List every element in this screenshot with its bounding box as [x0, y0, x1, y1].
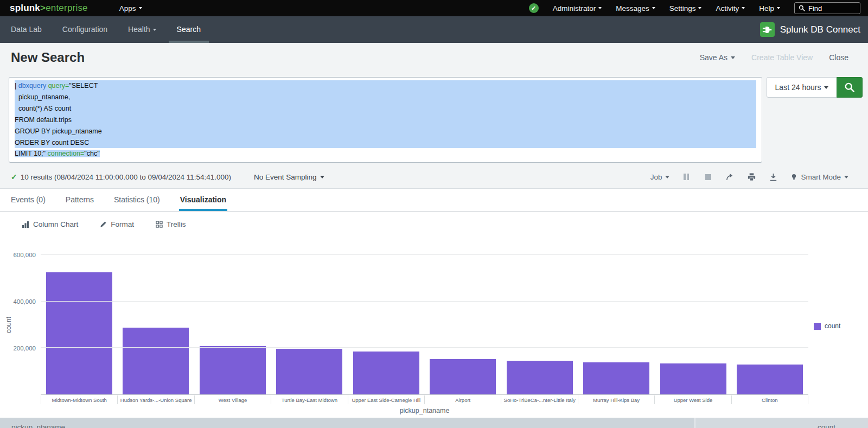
health-status-icon[interactable]: ✓: [529, 3, 539, 13]
chart-bar-7[interactable]: [583, 362, 649, 394]
app-identity[interactable]: Splunk DB Connect: [760, 16, 868, 43]
bar-slot: [732, 255, 809, 394]
y-axis-ticks: 200,000400,000600,000: [0, 255, 36, 395]
y-tick-label: 200,000: [13, 345, 36, 352]
chart-bar-8[interactable]: [660, 363, 726, 394]
chevron-down-icon: [153, 29, 156, 31]
search-icon: [844, 82, 855, 93]
chart-bar-4[interactable]: [353, 352, 419, 394]
page-title: New Search: [11, 50, 85, 65]
tab-events[interactable]: Events (0): [11, 189, 46, 211]
nav-label: Data Lab: [11, 16, 42, 43]
tab-patterns[interactable]: Patterns: [66, 189, 94, 211]
chart-bar-3[interactable]: [276, 349, 342, 394]
chart-bar-5[interactable]: [430, 359, 496, 394]
query-line: GROUP BY pickup_ntaname: [15, 126, 756, 137]
chart-bar-6[interactable]: [507, 361, 573, 394]
chart-bar-0[interactable]: [46, 272, 112, 394]
splunk-app-window: splunk>enterprise Apps ✓ Administrator M…: [0, 0, 868, 428]
nav-health[interactable]: Health: [128, 16, 156, 43]
download-icon: [769, 173, 778, 182]
x-axis-label: Midtown-Midtown South: [41, 395, 117, 404]
column-chart: count 200,000400,000600,000 Midtown-Midt…: [0, 237, 868, 418]
bar-slot: [425, 255, 502, 394]
search-query-editor[interactable]: | dbxquery query="SELECT pickup_ntaname,…: [9, 77, 762, 163]
bar-slot: [578, 255, 655, 394]
results-tabs: Events (0) Patterns Statistics (10) Visu…: [0, 189, 868, 212]
search-icon: [799, 5, 805, 11]
x-axis-label: Murray Hill-Kips Bay: [578, 395, 654, 404]
menu-messages[interactable]: Messages: [616, 4, 655, 12]
trellis-label: Trellis: [167, 220, 186, 228]
nav-label: Search: [177, 16, 201, 43]
gridline: [41, 254, 808, 255]
menu-settings[interactable]: Settings: [669, 4, 702, 12]
tab-visualization[interactable]: Visualization: [180, 189, 226, 211]
chart-bar-2[interactable]: [200, 346, 266, 394]
nav-search[interactable]: Search: [177, 16, 201, 43]
run-search-button[interactable]: [837, 77, 863, 98]
search-mode-menu[interactable]: Smart Mode: [790, 173, 848, 181]
time-range-picker[interactable]: Last 24 hours: [767, 77, 837, 98]
x-axis-label: Upper East Side-Carnegie Hill: [348, 395, 424, 404]
nav-configuration[interactable]: Configuration: [62, 16, 107, 43]
menu-label: Messages: [616, 4, 649, 12]
splunk-logo[interactable]: splunk>enterprise: [10, 3, 88, 14]
x-axis-labels: Midtown-Midtown SouthHudson Yards-...-Un…: [41, 395, 808, 404]
bars-container: [41, 255, 808, 394]
stop-button[interactable]: [703, 172, 713, 182]
check-icon: ✓: [531, 5, 536, 12]
create-table-view-button[interactable]: Create Table View: [751, 53, 813, 62]
apps-menu[interactable]: Apps: [119, 4, 142, 12]
menu-activity[interactable]: Activity: [716, 4, 745, 12]
bar-slot: [348, 255, 425, 394]
find-placeholder: Find: [808, 4, 822, 12]
bar-slot: [41, 255, 118, 394]
column-header-pickup-ntaname[interactable]: pickup_ntaname: [0, 418, 694, 428]
plot-area: [41, 255, 808, 395]
trellis-grid-icon: [156, 221, 163, 228]
menu-help[interactable]: Help: [759, 4, 780, 12]
pause-button[interactable]: [681, 172, 691, 182]
column-header-count[interactable]: count: [694, 418, 868, 428]
menu-administrator[interactable]: Administrator: [553, 4, 602, 12]
format-button[interactable]: Format: [100, 220, 134, 228]
chevron-down-icon: [665, 176, 669, 178]
trellis-button[interactable]: Trellis: [156, 220, 186, 228]
query-line: pickup_ntaname,: [15, 92, 756, 103]
find-search-input[interactable]: Find: [794, 2, 860, 14]
export-button[interactable]: [768, 172, 778, 182]
logo-gt: >: [40, 3, 46, 13]
success-check-icon: ✓: [11, 173, 17, 181]
share-button[interactable]: [725, 172, 735, 182]
menu-label: Help: [759, 4, 774, 12]
search-bar-row: | dbxquery query="SELECT pickup_ntaname,…: [9, 77, 863, 163]
job-menu[interactable]: Job: [650, 173, 670, 181]
query-line: ORDER BY count DESC: [15, 137, 756, 149]
job-label: Job: [650, 173, 662, 181]
format-label: Format: [111, 220, 134, 228]
x-axis-label: West Village: [194, 395, 271, 404]
chart-type-label: Column Chart: [33, 220, 78, 228]
chart-type-picker[interactable]: Column Chart: [22, 220, 78, 228]
tab-statistics[interactable]: Statistics (10): [114, 189, 160, 211]
print-button[interactable]: [746, 172, 756, 182]
legend-label: count: [825, 322, 840, 330]
nav-data-lab[interactable]: Data Lab: [11, 16, 42, 43]
event-sampling-menu[interactable]: No Event Sampling: [254, 173, 324, 181]
gridline: [41, 301, 808, 302]
share-icon: [725, 173, 735, 182]
app-nav-bar: Data Lab Configuration Health Search Spl…: [0, 16, 868, 43]
page-actions: Save As Create Table View Close: [700, 53, 848, 62]
lightbulb-icon: [790, 173, 798, 181]
chart-legend: count: [814, 322, 840, 330]
create-table-view-label: Create Table View: [751, 53, 813, 62]
time-range-label: Last 24 hours: [775, 83, 821, 92]
save-as-button[interactable]: Save As: [700, 53, 735, 62]
menu-label: Settings: [669, 4, 696, 12]
chart-bar-9[interactable]: [737, 365, 803, 394]
visualization-controls: Column Chart Format Trellis: [0, 212, 868, 237]
job-status-bar: ✓ 10 results (08/04/2024 11:00:00.000 to…: [0, 165, 868, 188]
close-button[interactable]: Close: [829, 53, 848, 62]
chart-bar-1[interactable]: [123, 328, 189, 394]
